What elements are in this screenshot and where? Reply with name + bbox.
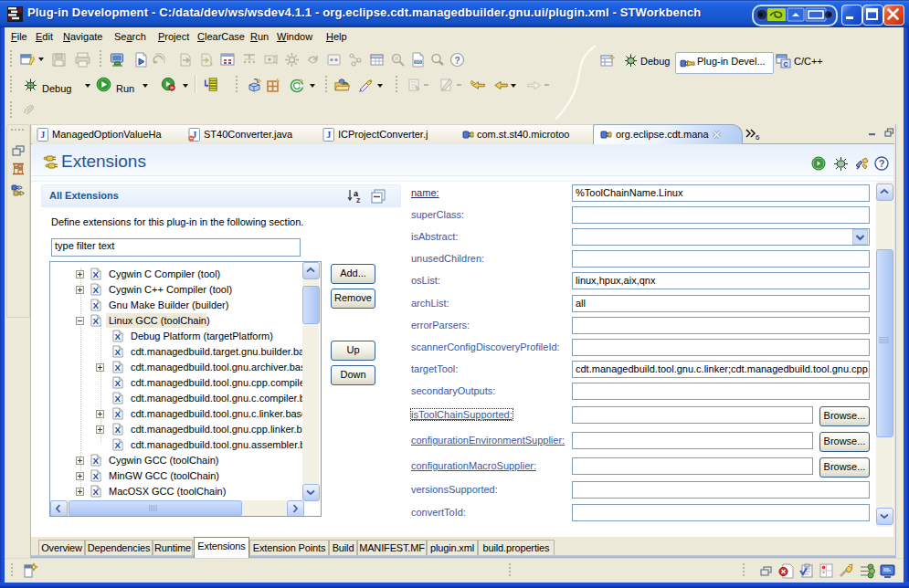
- svg-text:?: ?: [879, 158, 885, 169]
- svg-text:010: 010: [414, 59, 422, 65]
- svg-text:J: J: [326, 130, 331, 140]
- svg-text:6: 6: [756, 133, 760, 142]
- svg-text:J: J: [40, 130, 45, 140]
- svg-text:C: C: [783, 61, 787, 68]
- svg-text:?: ?: [454, 56, 460, 66]
